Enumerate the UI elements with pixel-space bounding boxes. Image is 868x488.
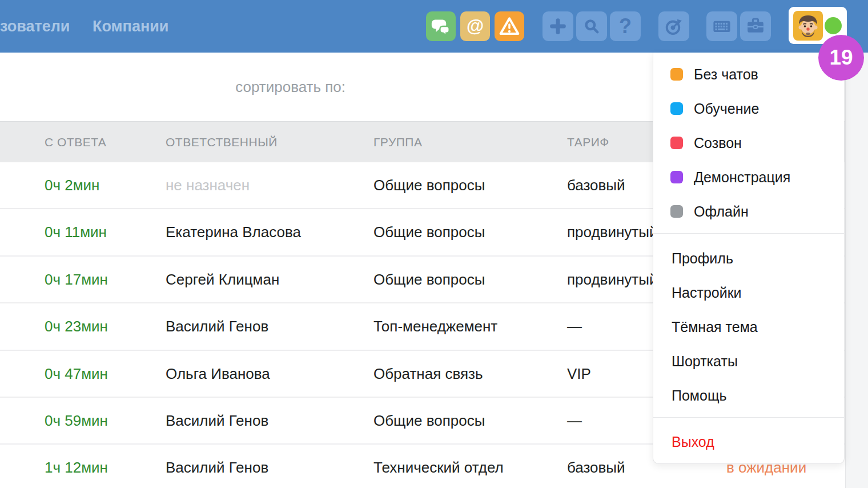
chats-button[interactable]: [426, 11, 456, 41]
nav-item-companies[interactable]: Компании: [93, 0, 168, 53]
status-color-blue: [670, 102, 683, 115]
cell-time: 0ч 23мин: [45, 303, 108, 349]
toolbox-button[interactable]: [740, 11, 771, 41]
search-button[interactable]: [576, 11, 607, 41]
goals-button[interactable]: [658, 11, 689, 41]
user-avatar: [793, 11, 823, 41]
cell-time: 0ч 17мин: [45, 257, 108, 302]
status-option-offline[interactable]: Офлайн: [653, 194, 844, 229]
status-option-call[interactable]: Созвон: [653, 126, 844, 160]
user-dropdown-menu: Без чатов Обучение Созвон Демонстрация О…: [653, 53, 845, 464]
cell-tariff: базовый: [567, 162, 625, 208]
plus-icon: [548, 16, 568, 37]
cell-tariff: —: [567, 398, 582, 443]
chat-bubbles-icon: [429, 15, 452, 38]
question-icon: ?: [619, 14, 632, 38]
cell-group: Топ-менеджемент: [373, 303, 497, 349]
cell-tariff: продвинутый: [567, 209, 657, 255]
cell-time: 1ч 12мин: [45, 445, 108, 488]
column-header-tariff: ТАРИФ: [567, 122, 609, 163]
alerts-button[interactable]: [495, 11, 524, 41]
status-color-purple: [670, 171, 683, 183]
cell-tariff: базовый: [567, 445, 625, 488]
status-label: Обучение: [694, 101, 759, 117]
menu-item-dark-theme[interactable]: Тёмная тема: [653, 310, 844, 344]
mentions-button[interactable]: @: [460, 11, 490, 41]
online-status-dot: [825, 17, 842, 34]
add-button[interactable]: [542, 11, 573, 41]
status-label: Офлайн: [694, 203, 749, 220]
cell-assignee: Василий Генов: [166, 303, 268, 349]
search-icon: [581, 15, 602, 37]
menu-item-logout[interactable]: Выход: [653, 425, 844, 459]
cell-assignee: Сергей Клицман: [166, 257, 279, 302]
status-color-gray: [670, 205, 683, 218]
help-button[interactable]: ?: [610, 11, 641, 41]
sort-by-label: сортировать по:: [235, 53, 345, 121]
cell-assignee: Василий Генов: [166, 398, 268, 443]
cell-tariff: продвинутый: [567, 257, 657, 302]
cell-time: 0ч 11мин: [45, 209, 107, 255]
status-label: Демонстрация: [694, 169, 790, 186]
cell-time: 0ч 47мин: [45, 351, 108, 397]
keyboard-icon: [710, 15, 733, 38]
cell-group: Технический отдел: [373, 445, 504, 488]
cell-group: Общие вопросы: [373, 398, 485, 443]
cell-tariff: VIP: [567, 351, 591, 397]
menu-item-help[interactable]: Помощь: [653, 378, 844, 413]
cell-assignee: не назначен: [166, 162, 250, 208]
cell-group: Общие вопросы: [373, 162, 485, 208]
status-option-training[interactable]: Обучение: [653, 91, 844, 126]
status-color-orange: [670, 68, 683, 81]
cell-tariff: —: [567, 303, 582, 349]
cell-time: 0ч 59мин: [45, 398, 108, 443]
cell-time: 0ч 2мин: [45, 162, 99, 208]
cell-assignee: Василий Генов: [166, 445, 268, 488]
status-option-demo[interactable]: Демонстрация: [653, 160, 844, 194]
keyboard-shortcuts-button[interactable]: [706, 11, 737, 41]
column-header-group: ГРУППА: [373, 122, 422, 163]
target-dart-icon: [662, 15, 685, 38]
status-option-no-chats[interactable]: Без чатов: [653, 57, 844, 91]
notification-count-badge: 19: [818, 35, 864, 81]
cell-group: Общие вопросы: [373, 257, 485, 302]
topbar: Пользователи Компании @: [0, 0, 868, 53]
menu-item-profile[interactable]: Профиль: [653, 241, 844, 275]
menu-item-shortcuts[interactable]: Шорткаты: [653, 344, 844, 378]
menu-item-settings[interactable]: Настройки: [653, 275, 844, 310]
cell-group: Обратная связь: [373, 351, 483, 397]
status-color-red: [670, 137, 683, 149]
cell-group: Общие вопросы: [373, 209, 485, 255]
warning-triangle-icon: [497, 14, 521, 38]
at-icon: @: [467, 16, 484, 37]
status-label: Без чатов: [694, 66, 758, 83]
briefcase-icon: [744, 15, 767, 38]
column-header-since-answer: С ОТВЕТА: [45, 122, 106, 163]
cell-assignee: Екатерина Власова: [166, 209, 301, 255]
status-label: Созвон: [694, 135, 742, 151]
right-gutter: [845, 53, 868, 488]
nav-item-users[interactable]: Пользователи: [0, 0, 70, 53]
column-header-assignee: ОТВЕТСТВЕННЫЙ: [166, 122, 278, 163]
cell-assignee: Ольга Иванова: [166, 351, 270, 397]
